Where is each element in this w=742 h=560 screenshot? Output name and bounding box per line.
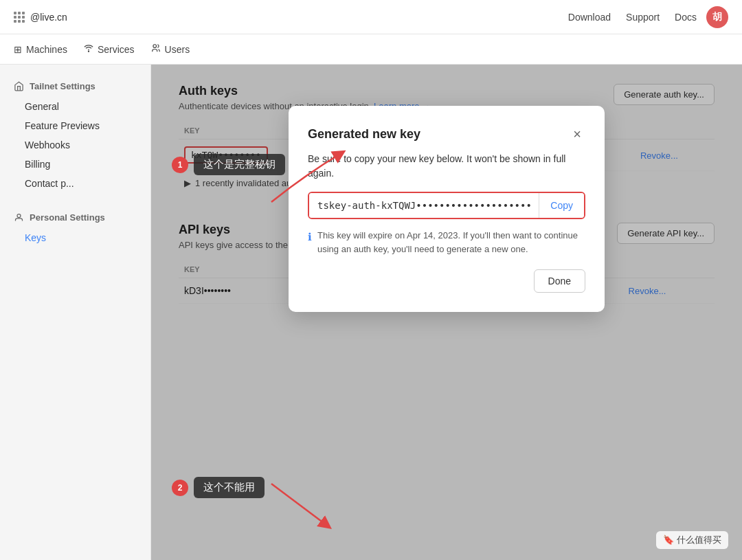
user-email: @live.cn	[30, 12, 67, 23]
sidebar-feature-previews[interactable]: Feature Previews	[0, 116, 150, 135]
modal-title: Generated new key	[308, 127, 420, 142]
grid-icon	[14, 12, 25, 23]
person-icon	[14, 212, 24, 223]
page-wrapper: @live.cn Download Support Docs 胡 ⊞ Machi…	[0, 0, 742, 560]
modal-header: Generated new key ×	[308, 125, 585, 144]
sidebar: Tailnet Settings General Feature Preview…	[0, 65, 151, 560]
modal-description: Be sure to copy your new key below. It w…	[308, 152, 585, 181]
modal-dialog: Generated new key × Be sure to copy your…	[289, 106, 605, 312]
personal-settings-section: Personal Settings Keys	[0, 210, 150, 247]
personal-settings-title: Personal Settings	[0, 210, 150, 228]
svg-point-1	[153, 45, 157, 48]
annotation-label-2: 这个不能用	[194, 477, 265, 498]
top-nav-links: Download Support Docs 胡	[563, 6, 728, 28]
badge-1: 1	[172, 157, 188, 173]
info-icon: ℹ	[308, 229, 312, 256]
copy-button[interactable]: Copy	[539, 193, 584, 218]
services-icon	[84, 43, 93, 55]
support-link[interactable]: Support	[620, 9, 665, 25]
top-nav-left: @live.cn	[14, 12, 67, 23]
svg-point-0	[88, 51, 89, 52]
sidebar-general[interactable]: General	[0, 97, 150, 116]
sidebar-keys[interactable]: Keys	[0, 228, 150, 247]
layout: Tailnet Settings General Feature Preview…	[0, 65, 742, 560]
machines-icon: ⊞	[14, 44, 22, 55]
modal-footer: Done	[308, 269, 585, 293]
sidebar-billing[interactable]: Billing	[0, 155, 150, 174]
key-input-row: Copy	[308, 192, 585, 219]
nav-machines[interactable]: ⊞ Machines	[14, 41, 67, 58]
home-icon	[14, 81, 24, 91]
badge-2: 2	[172, 480, 188, 496]
watermark: 🔖 什么值得买	[656, 531, 728, 549]
docs-link[interactable]: Docs	[669, 9, 702, 25]
annotation-label-1: 这个是完整秘钥	[194, 154, 285, 175]
sidebar-webhooks[interactable]: Webhooks	[0, 135, 150, 155]
top-nav: @live.cn Download Support Docs 胡	[0, 0, 742, 34]
modal-info: ℹ This key will expire on Apr 14, 2023. …	[308, 229, 585, 256]
download-link[interactable]: Download	[563, 9, 616, 25]
tailnet-settings-section: Tailnet Settings General Feature Preview…	[0, 78, 150, 193]
done-button[interactable]: Done	[534, 269, 585, 293]
main-content: Auth keys Authenticate devices without a…	[151, 65, 742, 560]
nav-users[interactable]: Users	[151, 41, 190, 58]
app-logo: @live.cn	[14, 12, 67, 23]
sidebar-contact[interactable]: Contact p...	[0, 174, 150, 193]
second-nav: ⊞ Machines Services Users	[0, 34, 742, 65]
annotation-1: 1 这个是完整秘钥	[172, 154, 285, 175]
users-icon	[151, 43, 161, 55]
nav-services[interactable]: Services	[84, 41, 135, 58]
tailnet-settings-title: Tailnet Settings	[0, 78, 150, 97]
svg-point-2	[17, 214, 21, 218]
annotation-2: 2 这个不能用	[172, 477, 265, 498]
user-avatar[interactable]: 胡	[706, 6, 728, 28]
modal-close-button[interactable]: ×	[569, 125, 585, 144]
key-input-field[interactable]	[309, 193, 539, 218]
